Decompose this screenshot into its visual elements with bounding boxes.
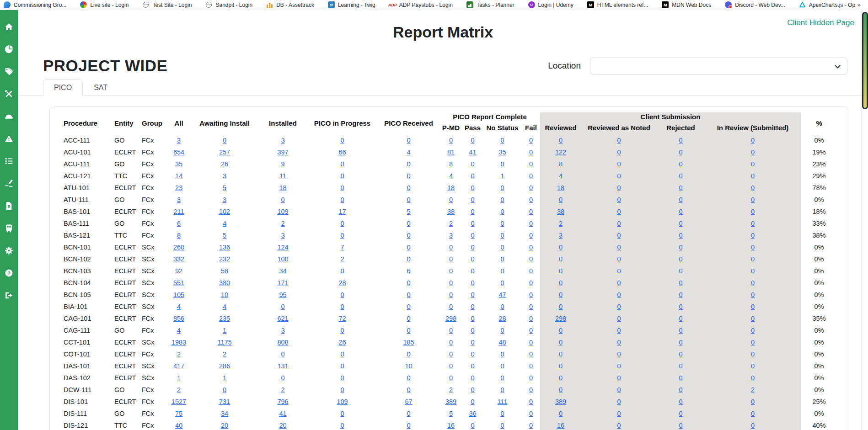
count-link[interactable]: 3 <box>223 172 226 180</box>
count-link[interactable]: 0 <box>500 160 504 168</box>
bookmark-item[interactable]: ADPADP Paystubs - Login <box>389 1 453 8</box>
count-link[interactable]: 0 <box>529 291 533 298</box>
count-link[interactable]: 2 <box>449 386 453 393</box>
count-link[interactable]: 18 <box>447 184 455 191</box>
count-link[interactable]: 332 <box>173 255 184 263</box>
count-link[interactable]: 3 <box>223 196 226 203</box>
count-link[interactable]: 0 <box>340 160 344 168</box>
count-link[interactable]: 18 <box>279 184 286 191</box>
count-link[interactable]: 0 <box>751 410 755 417</box>
count-link[interactable]: 0 <box>559 327 563 334</box>
bookmarks-overflow-chevron[interactable]: » <box>855 1 863 8</box>
count-link[interactable]: 0 <box>223 386 226 393</box>
count-link[interactable]: 0 <box>617 350 621 358</box>
count-link[interactable]: 0 <box>679 244 682 251</box>
count-link[interactable]: 0 <box>281 350 284 358</box>
count-link[interactable]: 0 <box>751 327 755 334</box>
count-link[interactable]: 0 <box>340 410 344 417</box>
count-link[interactable]: 67 <box>405 398 412 405</box>
count-link[interactable]: 2 <box>751 386 755 393</box>
count-link[interactable]: 41 <box>279 410 286 417</box>
count-link[interactable]: 0 <box>679 149 682 156</box>
count-link[interactable]: 2 <box>281 386 284 393</box>
count-link[interactable]: 0 <box>407 279 410 287</box>
count-link[interactable]: 26 <box>221 160 228 168</box>
count-link[interactable]: 0 <box>751 291 755 298</box>
count-link[interactable]: 1 <box>177 374 181 382</box>
bookmark-item[interactable]: Tasks - Planner <box>466 1 514 8</box>
bookmark-item[interactable]: sfLearning - Twig <box>328 1 375 8</box>
count-link[interactable]: 0 <box>751 267 755 275</box>
count-link[interactable]: 131 <box>277 362 288 370</box>
bookmark-item[interactable]: MHTML elements ref... <box>587 1 648 8</box>
count-link[interactable]: 0 <box>407 184 410 191</box>
count-link[interactable]: 0 <box>500 362 504 370</box>
count-link[interactable]: 0 <box>679 327 682 334</box>
count-link[interactable]: 4 <box>177 327 181 334</box>
count-link[interactable]: 0 <box>407 220 410 227</box>
count-link[interactable]: 0 <box>340 172 344 180</box>
count-link[interactable]: 0 <box>407 137 410 144</box>
count-link[interactable]: 0 <box>617 137 621 144</box>
count-link[interactable]: 0 <box>617 208 621 215</box>
sidebar-item-gear[interactable] <box>5 246 14 255</box>
count-link[interactable]: 0 <box>529 279 533 287</box>
count-link[interactable]: 0 <box>500 137 504 144</box>
count-link[interactable]: 0 <box>751 279 755 287</box>
bookmark-item[interactable]: Sandpit - Login <box>205 1 252 8</box>
count-link[interactable]: 0 <box>500 410 504 417</box>
count-link[interactable]: 0 <box>340 184 344 191</box>
count-link[interactable]: 0 <box>617 315 621 322</box>
count-link[interactable]: 0 <box>617 410 621 417</box>
count-link[interactable]: 0 <box>751 137 755 144</box>
count-link[interactable]: 1527 <box>171 398 186 405</box>
bookmark-item[interactable]: Test Site - Login <box>142 1 192 8</box>
count-link[interactable]: 122 <box>555 149 566 156</box>
count-link[interactable]: 102 <box>219 208 230 215</box>
count-link[interactable]: 28 <box>498 315 506 322</box>
count-link[interactable]: 3 <box>559 232 563 239</box>
count-link[interactable]: 0 <box>340 137 344 144</box>
count-link[interactable]: 171 <box>277 279 288 287</box>
count-link[interactable]: 0 <box>529 350 533 358</box>
count-link[interactable]: 0 <box>529 208 533 215</box>
count-link[interactable]: 75 <box>175 410 182 417</box>
count-link[interactable]: 0 <box>471 398 474 405</box>
sidebar-item-signature[interactable] <box>5 179 14 188</box>
count-link[interactable]: 0 <box>449 327 453 334</box>
count-link[interactable]: 551 <box>173 279 184 287</box>
count-link[interactable]: 0 <box>751 160 755 168</box>
count-link[interactable]: 2 <box>559 220 563 227</box>
count-link[interactable]: 389 <box>555 398 566 405</box>
bookmark-item[interactable]: ULogin | Udemy <box>528 1 573 8</box>
count-link[interactable]: 0 <box>407 232 410 239</box>
count-link[interactable]: 16 <box>557 422 564 429</box>
bookmark-item[interactable]: Discord - Web Dev... <box>725 1 785 8</box>
count-link[interactable]: 5 <box>449 410 453 417</box>
count-link[interactable]: 0 <box>617 160 621 168</box>
count-link[interactable]: 0 <box>617 398 621 405</box>
count-link[interactable]: 0 <box>449 303 453 310</box>
count-link[interactable]: 0 <box>559 267 563 275</box>
count-link[interactable]: 3 <box>281 137 284 144</box>
count-link[interactable]: 66 <box>338 149 346 156</box>
count-link[interactable]: 0 <box>500 255 504 263</box>
count-link[interactable]: 0 <box>340 303 344 310</box>
count-link[interactable]: 36 <box>469 410 476 417</box>
count-link[interactable]: 0 <box>407 374 410 382</box>
count-link[interactable]: 100 <box>277 255 288 263</box>
count-link[interactable]: 14 <box>175 172 182 180</box>
location-select[interactable] <box>590 58 847 74</box>
count-link[interactable]: 211 <box>173 208 184 215</box>
count-link[interactable]: 0 <box>471 315 474 322</box>
count-link[interactable]: 0 <box>529 196 533 203</box>
count-link[interactable]: 0 <box>449 339 453 346</box>
bookmark-item[interactable]: DB - Assettrack <box>266 1 314 8</box>
count-link[interactable]: 0 <box>751 255 755 263</box>
count-link[interactable]: 0 <box>679 410 682 417</box>
count-link[interactable]: 0 <box>500 386 504 393</box>
count-link[interactable]: 0 <box>617 184 621 191</box>
count-link[interactable]: 0 <box>529 315 533 322</box>
count-link[interactable]: 111 <box>497 398 507 405</box>
count-link[interactable]: 298 <box>555 315 566 322</box>
